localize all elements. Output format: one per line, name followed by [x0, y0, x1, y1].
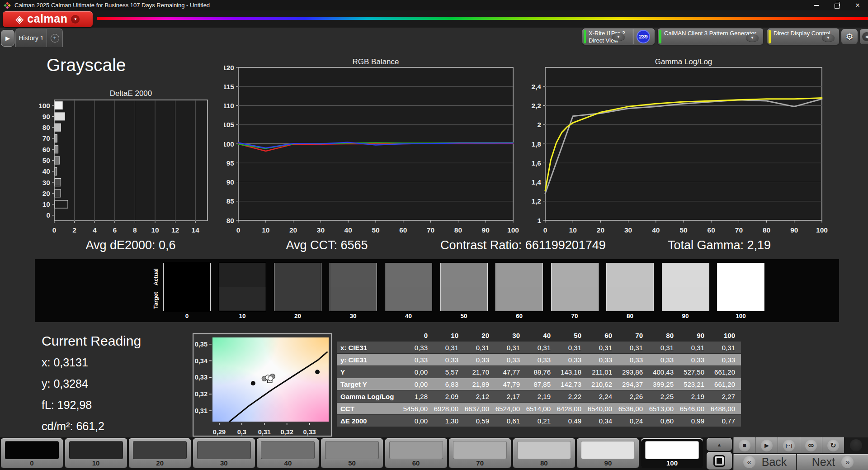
pattern-tile-10[interactable]: 10: [65, 438, 127, 468]
svg-text:10: 10: [42, 200, 50, 208]
table-cell: 47,79: [495, 380, 526, 388]
svg-text:30: 30: [624, 226, 632, 234]
table-row-label: Y: [337, 368, 403, 376]
calman-menu-button[interactable]: ◈ calman ▼: [3, 11, 93, 27]
stop-measure-button[interactable]: ■: [733, 437, 755, 453]
table-row-label: CCT: [337, 405, 403, 413]
svg-text:90: 90: [42, 113, 50, 120]
close-button[interactable]: ×: [847, 0, 868, 10]
pattern-tile-90[interactable]: 90: [577, 438, 639, 468]
swatch-level-label: 80: [606, 313, 654, 319]
svg-text:90: 90: [790, 226, 798, 234]
svg-text:60: 60: [399, 226, 407, 234]
minimize-button[interactable]: [806, 0, 826, 10]
svg-text:10: 10: [262, 226, 269, 234]
table-cell: 0,00: [403, 417, 434, 425]
pattern-tile-50[interactable]: 50: [321, 438, 383, 468]
grayscale-swatch-30: 30: [330, 263, 377, 319]
pattern-window-icon: [713, 455, 725, 467]
table-cell: 0,24: [618, 417, 649, 425]
svg-text:40: 40: [652, 226, 660, 234]
svg-text:60: 60: [708, 226, 715, 234]
pattern-tile-80[interactable]: 80: [513, 438, 575, 468]
table-cell: 5,57: [434, 368, 464, 376]
swatch-level-label: 50: [440, 313, 488, 319]
table-cell: 0,33: [587, 356, 618, 364]
svg-text:115: 115: [224, 83, 234, 90]
stat-contrast-ratio: Contrast Ratio: 661199201749: [440, 238, 606, 252]
next-button[interactable]: Next »: [797, 454, 868, 470]
delta-e-chart: 024681012141009080706050403020100: [32, 87, 217, 237]
display-control-dropdown[interactable]: Direct Display Control ▼: [767, 28, 839, 45]
table-cell: 0,31: [464, 344, 495, 351]
table-cell: 2,19: [679, 393, 710, 400]
svg-text:2,2: 2,2: [531, 102, 541, 109]
pattern-tile-label: 60: [385, 459, 447, 467]
grayscale-swatch-strip: Actual Target 0102030405060708090100: [35, 259, 839, 322]
pattern-tile-0[interactable]: 0: [1, 438, 63, 468]
continuous-measure-button[interactable]: ∞: [800, 437, 822, 453]
collapse-panel-button[interactable]: ◀: [859, 28, 868, 45]
stat-avg-de2000: Avg dE2000: 0,6: [85, 238, 175, 252]
svg-text:1,4: 1,4: [531, 178, 541, 186]
pattern-tile-100[interactable]: 100: [641, 438, 703, 468]
swatch-level-label: 90: [662, 313, 709, 319]
table-cell: 294,37: [618, 380, 649, 388]
grayscale-swatch-20: 20: [274, 263, 321, 319]
actual-row-label: Actual: [153, 264, 159, 290]
svg-text:110: 110: [224, 102, 234, 109]
pattern-tile-30[interactable]: 30: [193, 438, 255, 468]
add-tab-button[interactable]: +: [47, 28, 63, 47]
swatch-level-label: 30: [330, 313, 377, 319]
source-dropdown[interactable]: CalMAN Client 3 Pattern Generator ▼: [658, 28, 763, 45]
tab-history-1[interactable]: History 1: [15, 28, 47, 47]
rgb-balance-chart: 1201151101051009590858001020304050607080…: [224, 63, 522, 234]
table-col-header: 70: [618, 332, 649, 339]
window-controls: ×: [806, 0, 868, 10]
table-cell: 6513,00: [649, 405, 679, 413]
pattern-tile-label: 100: [641, 459, 703, 467]
table-row-label: Target Y: [337, 380, 403, 388]
table-cell: 2,26: [618, 393, 649, 400]
pattern-tile-40[interactable]: 40: [257, 438, 319, 468]
swatch-level-label: 0: [163, 313, 211, 319]
back-button[interactable]: « Back: [733, 454, 796, 470]
table-cell: 6540,00: [587, 405, 618, 413]
svg-text:70: 70: [427, 226, 434, 234]
table-cell: 0,31: [679, 344, 710, 351]
meter-count-badge[interactable]: 239: [637, 30, 650, 43]
table-cell: 2,19: [526, 393, 557, 400]
reading-x: x: 0,3131: [42, 356, 141, 369]
table-col-header: 0: [403, 332, 434, 339]
single-measure-button[interactable]: [··]: [778, 437, 800, 453]
history-panel-toggle-button[interactable]: ▶: [1, 30, 14, 47]
table-cell: 0,00: [403, 380, 434, 388]
table-cell: 88,76: [526, 368, 557, 376]
table-cell: 0,31: [618, 344, 649, 351]
pattern-tile-70[interactable]: 70: [449, 438, 511, 468]
cie-chromaticity-panel: 0,290,30,310,320,330,350,340,330,320,31: [193, 333, 332, 437]
swatch-level-label: 20: [274, 313, 321, 319]
settings-button[interactable]: ⚙: [841, 28, 858, 45]
svg-text:30: 30: [42, 179, 50, 186]
calman-logo-text: calman: [27, 12, 67, 25]
table-col-header: 20: [464, 332, 495, 339]
table-col-header: 80: [649, 332, 679, 339]
start-measure-button[interactable]: ▶: [755, 437, 778, 453]
expand-pattern-panel-button[interactable]: ▲: [707, 438, 732, 451]
pattern-tile-60[interactable]: 60: [385, 438, 447, 468]
table-cell: 210,62: [587, 380, 618, 388]
close-icon: ×: [855, 1, 860, 9]
svg-text:90: 90: [482, 226, 490, 234]
table-cell: 0,33: [403, 356, 434, 364]
svg-text:1,2: 1,2: [531, 197, 541, 205]
meter-dropdown[interactable]: X-Rite i1Pro 2 Direct View ▼ 239: [582, 28, 655, 45]
svg-text:50: 50: [372, 226, 379, 234]
table-header-row: 0102030405060708090100: [337, 330, 741, 341]
pattern-window-button[interactable]: [707, 452, 732, 470]
loop-measure-button[interactable]: ↻: [822, 437, 844, 453]
table-cell: 399,25: [649, 380, 679, 388]
pattern-tile-20[interactable]: 20: [129, 438, 191, 468]
table-cell: 143,18: [557, 368, 587, 376]
restore-button[interactable]: [826, 0, 847, 10]
